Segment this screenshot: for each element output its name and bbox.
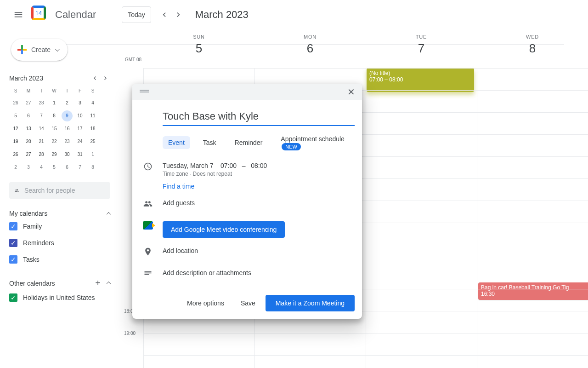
event-block-new[interactable]: (No title) 07:00 – 08:00 bbox=[367, 68, 474, 92]
calendar-item[interactable]: ✓Reminders bbox=[9, 236, 110, 250]
day-header[interactable]: SUN5 bbox=[143, 29, 254, 68]
mini-calendar-grid[interactable]: SMTWTFS262728123456789101112131415161718… bbox=[9, 86, 118, 174]
mini-day[interactable]: 28 bbox=[36, 98, 47, 109]
prev-period-button[interactable] bbox=[157, 7, 171, 22]
find-time-link[interactable]: Find a time bbox=[163, 183, 267, 190]
calendar-item[interactable]: ✓Holidays in United States bbox=[9, 290, 110, 305]
mini-day[interactable]: 23 bbox=[62, 136, 73, 147]
mini-day[interactable]: 1 bbox=[49, 98, 60, 109]
mini-day[interactable]: 22 bbox=[49, 136, 60, 147]
mini-day[interactable]: 15 bbox=[49, 123, 60, 134]
day-header[interactable]: TUE7 bbox=[366, 29, 477, 68]
header-date-range[interactable]: March 2023 bbox=[195, 9, 249, 21]
mini-day[interactable]: 27 bbox=[23, 149, 34, 160]
day-headers: SUN5MON6TUE7WED8 bbox=[143, 29, 588, 68]
menu-icon bbox=[13, 10, 23, 20]
mini-day[interactable]: 7 bbox=[36, 110, 47, 121]
mini-day[interactable]: 20 bbox=[23, 136, 34, 147]
event-title: (No title) bbox=[369, 70, 471, 76]
tab-task[interactable]: Task bbox=[198, 136, 222, 149]
chevron-right-icon bbox=[102, 75, 109, 82]
zoom-meeting-button[interactable]: Make it a Zoom Meeting bbox=[266, 295, 355, 311]
create-label: Create bbox=[31, 46, 51, 53]
mini-day[interactable]: 26 bbox=[10, 149, 21, 160]
mini-day[interactable]: 8 bbox=[49, 110, 60, 121]
mini-day[interactable]: 4 bbox=[36, 162, 47, 173]
calendar-item[interactable]: ✓Family bbox=[9, 219, 110, 234]
event-datetime-row[interactable]: Tuesday, March 7 07:00 – 08:00 bbox=[163, 162, 267, 169]
calendar-checkbox[interactable]: ✓ bbox=[9, 293, 17, 302]
my-calendars-toggle[interactable]: My calendars bbox=[9, 210, 110, 217]
search-people-input[interactable] bbox=[24, 187, 105, 194]
today-button[interactable]: Today bbox=[122, 6, 151, 23]
mini-calendar-month: March 2023 bbox=[9, 75, 89, 82]
event-title-input[interactable] bbox=[163, 108, 355, 126]
tab-appointment-schedule[interactable]: Appointment schedule NEW bbox=[275, 132, 355, 153]
add-description-button[interactable]: Add description or attachments bbox=[163, 269, 251, 276]
calendar-checkbox[interactable]: ✓ bbox=[9, 239, 17, 247]
mini-day[interactable]: 11 bbox=[87, 110, 98, 121]
add-guests-button[interactable]: Add guests bbox=[163, 199, 195, 207]
mini-day[interactable]: 6 bbox=[23, 110, 34, 121]
mini-day[interactable]: 19 bbox=[10, 136, 21, 147]
mini-day[interactable]: 4 bbox=[87, 98, 98, 109]
mini-day[interactable]: 13 bbox=[23, 123, 34, 134]
mini-day[interactable]: 2 bbox=[10, 162, 21, 173]
mini-day[interactable]: 9 bbox=[62, 110, 73, 121]
mini-day[interactable]: 6 bbox=[62, 162, 73, 173]
chevron-up-icon bbox=[107, 212, 111, 216]
calendar-label: Family bbox=[23, 223, 42, 230]
tab-event[interactable]: Event bbox=[163, 136, 190, 149]
calendar-checkbox[interactable]: ✓ bbox=[9, 255, 17, 264]
mini-day[interactable]: 5 bbox=[49, 162, 60, 173]
mini-day[interactable]: 16 bbox=[62, 123, 73, 134]
mini-day[interactable]: 7 bbox=[74, 162, 85, 173]
day-header[interactable]: WED8 bbox=[477, 29, 588, 68]
more-options-button[interactable]: More options bbox=[181, 296, 231, 310]
mini-day[interactable]: 3 bbox=[23, 162, 34, 173]
mini-day[interactable]: 21 bbox=[36, 136, 47, 147]
add-calendar-button[interactable]: + bbox=[95, 278, 101, 288]
mini-day[interactable]: 24 bbox=[74, 136, 85, 147]
create-button[interactable]: Create bbox=[11, 39, 68, 61]
tab-reminder[interactable]: Reminder bbox=[229, 136, 268, 149]
calendar-checkbox[interactable]: ✓ bbox=[9, 222, 17, 230]
add-meet-button[interactable]: Add Google Meet video conferencing bbox=[163, 221, 285, 238]
day-number: 8 bbox=[477, 41, 588, 56]
other-calendars-toggle[interactable]: Other calendars + bbox=[9, 278, 110, 288]
mini-day[interactable]: 28 bbox=[36, 149, 47, 160]
close-dialog-button[interactable]: ✕ bbox=[344, 85, 358, 99]
mini-weekday: T bbox=[35, 86, 48, 97]
day-abbr: WED bbox=[477, 34, 588, 40]
mini-weekday: W bbox=[48, 86, 61, 97]
mini-day[interactable]: 17 bbox=[74, 123, 85, 134]
mini-day[interactable]: 14 bbox=[36, 123, 47, 134]
calendar-item[interactable]: ✓Tasks bbox=[9, 252, 110, 267]
day-header[interactable]: MON6 bbox=[254, 29, 366, 68]
mini-next-button[interactable] bbox=[100, 73, 111, 84]
timezone-repeat-text[interactable]: Time zone · Does not repeat bbox=[163, 171, 267, 177]
mini-day[interactable]: 2 bbox=[62, 98, 73, 109]
mini-day[interactable]: 26 bbox=[10, 98, 21, 109]
search-people-field[interactable] bbox=[9, 182, 110, 199]
event-block-baseball[interactable]: Bag in car! Baseball Training Go Tig 16:… bbox=[478, 282, 588, 300]
mini-day[interactable]: 30 bbox=[62, 149, 73, 160]
mini-day[interactable]: 31 bbox=[74, 149, 85, 160]
add-location-button[interactable]: Add location bbox=[163, 247, 198, 254]
mini-day[interactable]: 5 bbox=[10, 110, 21, 121]
next-period-button[interactable] bbox=[171, 7, 186, 22]
dialog-header[interactable]: ✕ bbox=[132, 84, 362, 100]
main-menu-button[interactable] bbox=[7, 4, 29, 26]
mini-day[interactable]: 12 bbox=[10, 123, 21, 134]
mini-day[interactable]: 1 bbox=[87, 149, 98, 160]
mini-day[interactable]: 3 bbox=[74, 98, 85, 109]
mini-day[interactable]: 10 bbox=[74, 110, 85, 121]
mini-day[interactable]: 25 bbox=[87, 136, 98, 147]
mini-day[interactable]: 8 bbox=[87, 162, 98, 173]
mini-day[interactable]: 29 bbox=[49, 149, 60, 160]
mini-day[interactable]: 18 bbox=[87, 123, 98, 134]
mini-prev-button[interactable] bbox=[89, 73, 100, 84]
mini-day[interactable]: 27 bbox=[23, 98, 34, 109]
drag-handle-icon[interactable] bbox=[140, 92, 149, 92]
save-button[interactable]: Save bbox=[234, 296, 262, 310]
